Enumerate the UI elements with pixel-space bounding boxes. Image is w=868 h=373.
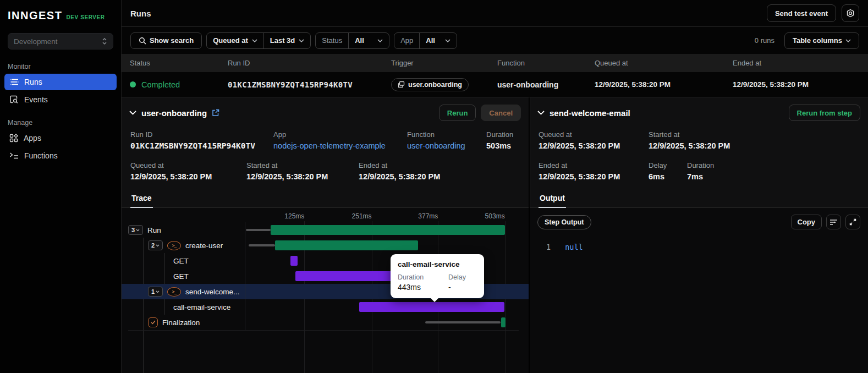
trace-row-finalization[interactable]: Finalization — [128, 315, 519, 330]
trace-row-label: GET — [128, 268, 245, 284]
output-section: Step Output Copy 1null — [530, 208, 868, 373]
run-meta-row-2: Queued at12/9/2025, 5:38:20 PMStarted at… — [122, 158, 529, 189]
expand-button[interactable] — [845, 215, 860, 229]
environment-select-value: Development — [14, 37, 58, 46]
status-dot-completed — [130, 81, 136, 87]
span-name: GET — [173, 257, 189, 265]
send-test-event-button[interactable]: Send test event — [767, 4, 836, 22]
span-count-badge[interactable]: 3 — [128, 225, 143, 235]
app-filter-dropdown[interactable]: All — [419, 33, 457, 48]
apps-icon — [9, 134, 18, 142]
meta-field-duration: Duration503ms — [486, 130, 513, 150]
nav-section-label-monitor: Monitor — [8, 63, 113, 70]
meta-value: 6ms — [649, 172, 687, 181]
copy-button[interactable]: Copy — [791, 215, 822, 229]
span-duration-bar[interactable] — [501, 317, 506, 327]
status-filter-dropdown[interactable]: All — [348, 33, 389, 48]
span-count-badge[interactable]: 1 — [148, 287, 163, 297]
collapse-chevron-icon[interactable] — [537, 111, 545, 115]
trace-row-label: GET — [128, 253, 245, 268]
axis-tick-377ms: 377ms — [418, 212, 438, 220]
span-duration-bar[interactable] — [290, 256, 298, 266]
column-header-ended-at: Ended at — [733, 59, 868, 67]
span-name: call-email-service — [173, 303, 230, 311]
tab-trace[interactable]: Trace — [130, 189, 153, 208]
sidebar-item-functions[interactable]: Functions — [4, 147, 117, 164]
run-detail-panel: user-onboarding Rerun Cancel Run ID01KC1… — [122, 97, 529, 373]
time-range-dropdown[interactable]: Last 3d — [263, 33, 311, 48]
environment-select[interactable]: Development — [8, 33, 113, 50]
filterbar: Show search Queued at Last 3d Status All — [122, 27, 868, 54]
trace-time-axis: 125ms251ms377ms503ms — [245, 212, 519, 222]
word-wrap-button[interactable] — [826, 215, 841, 229]
trace-row-call-email-service[interactable]: call-email-service — [128, 299, 519, 315]
meta-field-run-id: Run ID01KC1ZMSBNY9ZQT415RP94K0TV — [130, 130, 273, 150]
show-search-button[interactable]: Show search — [130, 32, 202, 49]
search-icon — [139, 37, 146, 45]
sidebar-item-apps[interactable]: Apps — [4, 130, 117, 146]
trace-row-label: Finalization — [128, 315, 245, 330]
trace-row-chart — [245, 238, 519, 253]
meta-label: App — [273, 130, 407, 139]
code-value-null: null — [565, 243, 583, 251]
span-duration-bar[interactable] — [359, 302, 504, 312]
sidebar-nav: MonitorRunsEventsManageAppsFunctions — [0, 52, 121, 165]
meta-value: 12/9/2025, 5:38:20 PM — [539, 141, 649, 150]
span-duration-bar[interactable] — [275, 240, 418, 250]
trace-row-label: call-email-service — [128, 299, 245, 315]
meta-field-app: Appnodejs-open-telemetry-example — [273, 130, 407, 150]
meta-label: Run ID — [130, 130, 273, 139]
tab-output[interactable]: Output — [539, 189, 566, 208]
logo-row: INNGEST DEV SERVER — [0, 0, 121, 28]
run-panel-header: user-onboarding Rerun Cancel — [122, 97, 529, 127]
span-tooltip: call-email-service Duration Delay 443ms … — [391, 254, 484, 298]
finalization-check-icon — [148, 317, 158, 327]
column-header-status: Status — [130, 59, 228, 67]
step-run-icon: >_ — [167, 241, 181, 250]
sidebar-item-runs[interactable]: Runs — [4, 74, 117, 90]
trace-row-create-user[interactable]: 2>_create-user — [128, 238, 519, 253]
step-title: send-welcome-email — [550, 108, 630, 118]
collapse-chevron-icon[interactable] — [129, 111, 136, 115]
trace-waterfall: 125ms251ms377ms503ms 3Run2>_create-userG… — [122, 208, 529, 373]
output-toolbar: Step Output Copy — [530, 208, 868, 236]
time-field-dropdown[interactable]: Queued at — [207, 33, 263, 48]
code-viewer[interactable]: 1null — [530, 236, 868, 251]
topbar: Runs Send test event — [122, 0, 868, 27]
cancel-button[interactable]: Cancel — [481, 105, 521, 121]
updown-chevron-icon — [102, 37, 107, 45]
trace-row-run[interactable]: 3Run — [128, 222, 519, 238]
meta-value[interactable]: user-onboarding — [407, 141, 486, 150]
rerun-from-step-button[interactable]: Rerun from step — [789, 105, 860, 121]
span-count-badge[interactable]: 2 — [148, 240, 163, 250]
event-stack-icon — [398, 81, 405, 88]
queue-delay-line — [249, 244, 275, 246]
meta-label: Started at — [649, 130, 730, 139]
rerun-button[interactable]: Rerun — [439, 105, 476, 121]
step-detail-panel: send-welcome-email Rerun from step Queue… — [529, 97, 868, 373]
table-row[interactable]: Completed 01KC1ZMSBNY9ZQT415RP94K0TV use… — [122, 72, 868, 97]
meta-field-ended-at: Ended at12/9/2025, 5:38:20 PM — [539, 161, 649, 181]
span-duration-bar[interactable] — [295, 271, 394, 281]
nav-section-label-manage: Manage — [8, 119, 113, 127]
span-duration-bar[interactable] — [271, 225, 505, 235]
meta-label: Function — [407, 130, 486, 139]
settings-button[interactable] — [842, 4, 859, 22]
time-filter: Queued at Last 3d — [206, 32, 311, 49]
step-meta-row-1: Queued at12/9/2025, 5:38:20 PMStarted at… — [530, 127, 868, 158]
external-link-icon[interactable] — [212, 109, 219, 117]
tooltip-duration-label: Duration — [398, 273, 448, 281]
meta-field-delay: Delay6ms — [649, 161, 687, 181]
meta-label: Started at — [246, 161, 359, 169]
sidebar-item-events[interactable]: Events — [4, 91, 117, 108]
trace-row-label: 3Run — [128, 222, 245, 238]
run-details: user-onboarding Rerun Cancel Run ID01KC1… — [122, 97, 868, 373]
meta-value[interactable]: nodejs-open-telemetry-example — [273, 141, 407, 150]
trace-row-label: 2>_create-user — [128, 238, 245, 253]
trigger-cell: user.onboarding — [391, 78, 497, 91]
table-columns-button[interactable]: Table columns — [784, 32, 859, 49]
run-status-cell: Completed — [130, 80, 228, 89]
inngest-logo: INNGEST — [8, 9, 62, 22]
span-name: send-welcome... — [185, 288, 239, 296]
trigger-event-pill[interactable]: user.onboarding — [391, 78, 469, 91]
